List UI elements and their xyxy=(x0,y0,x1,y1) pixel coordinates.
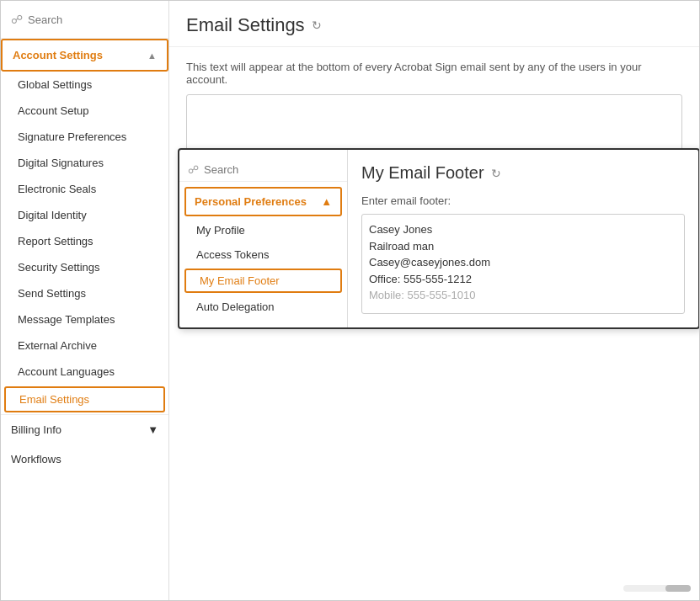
dropdown-panel-header: My Email Footer ↻ xyxy=(361,163,685,183)
dropdown-item-my-profile[interactable]: My Profile xyxy=(179,218,347,242)
app-window: ☍ Account Settings ▲ Global Settings Acc… xyxy=(0,0,700,601)
main-description: This text will appear at the bottom of e… xyxy=(186,61,682,86)
dropdown-search-container[interactable]: ☍ xyxy=(179,158,347,182)
footer-line-1: Casey Jones xyxy=(369,221,677,238)
dropdown-search-input[interactable] xyxy=(204,163,339,176)
personal-preferences-header[interactable]: Personal Preferences ▲ xyxy=(184,187,342,216)
dropdown-main-panel: My Email Footer ↻ Enter email footer: Ca… xyxy=(348,150,698,327)
sidebar-nav-list: Global Settings Account Setup Signature … xyxy=(1,72,168,412)
account-settings-label: Account Settings xyxy=(13,49,103,61)
sidebar-item-global-settings[interactable]: Global Settings xyxy=(1,72,168,98)
main-body: This text will appear at the bottom of e… xyxy=(169,47,699,600)
footer-line-5: Mobile: 555-555-1010 xyxy=(369,287,677,304)
sidebar-item-report-settings[interactable]: Report Settings xyxy=(1,228,168,254)
page-title: Email Settings xyxy=(186,14,305,36)
footer-line-2: Railroad man xyxy=(369,238,677,255)
email-footer-content-box[interactable]: Casey Jones Railroad man Casey@caseyjone… xyxy=(361,214,685,314)
sidebar: ☍ Account Settings ▲ Global Settings Acc… xyxy=(1,1,169,600)
billing-info-label: Billing Info xyxy=(11,423,61,436)
dropdown-item-my-email-footer[interactable]: My Email Footer xyxy=(184,269,342,293)
account-settings-header[interactable]: Account Settings ▲ xyxy=(1,39,168,72)
dropdown-panel-label: Enter email footer: xyxy=(361,194,685,207)
sidebar-item-digital-signatures[interactable]: Digital Signatures xyxy=(1,150,168,176)
footer-line-3: Casey@caseyjones.dom xyxy=(369,254,677,271)
dropdown-item-auto-delegation[interactable]: Auto Delegation xyxy=(179,295,347,319)
sidebar-item-electronic-seals[interactable]: Electronic Seals xyxy=(1,176,168,202)
bottom-scrollbar[interactable] xyxy=(623,585,691,592)
sidebar-search-container[interactable]: ☍ xyxy=(1,1,168,39)
sidebar-item-account-setup[interactable]: Account Setup xyxy=(1,98,168,124)
dropdown-sidebar: ☍ Personal Preferences ▲ My Profile Acce… xyxy=(179,150,348,327)
sidebar-item-security-settings[interactable]: Security Settings xyxy=(1,254,168,280)
chevron-up-icon-dropdown: ▲ xyxy=(321,195,332,208)
main-header: Email Settings ↻ xyxy=(169,1,699,47)
account-settings-section: Account Settings ▲ Global Settings Accou… xyxy=(1,39,168,415)
sidebar-item-message-templates[interactable]: Message Templates xyxy=(1,306,168,332)
dropdown-refresh-icon[interactable]: ↻ xyxy=(491,167,501,180)
sidebar-item-signature-preferences[interactable]: Signature Preferences xyxy=(1,124,168,150)
bottom-scrollbar-thumb xyxy=(665,585,691,592)
chevron-down-icon: ▼ xyxy=(147,423,158,436)
dropdown-overlay: ☍ Personal Preferences ▲ My Profile Acce… xyxy=(178,148,699,329)
sidebar-item-email-settings[interactable]: Email Settings xyxy=(4,386,165,412)
footer-line-4: Office: 555-555-1212 xyxy=(369,271,677,288)
sidebar-search-input[interactable] xyxy=(28,13,158,26)
workflows-label: Workflows xyxy=(11,453,61,465)
main-content: Email Settings ↻ This text will appear a… xyxy=(169,1,699,600)
dropdown-search-icon: ☍ xyxy=(188,163,199,176)
search-icon: ☍ xyxy=(11,13,23,26)
sidebar-item-digital-identity[interactable]: Digital Identity xyxy=(1,202,168,228)
dropdown-item-access-tokens[interactable]: Access Tokens xyxy=(179,242,347,267)
sidebar-item-send-settings[interactable]: Send Settings xyxy=(1,280,168,306)
chevron-up-icon: ▲ xyxy=(147,51,157,61)
personal-preferences-label: Personal Preferences xyxy=(195,195,307,208)
sidebar-item-external-archive[interactable]: External Archive xyxy=(1,332,168,359)
sidebar-item-account-languages[interactable]: Account Languages xyxy=(1,359,168,385)
billing-info-item[interactable]: Billing Info ▼ xyxy=(1,415,168,444)
dropdown-panel-title: My Email Footer xyxy=(361,163,484,183)
workflows-item[interactable]: Workflows xyxy=(1,444,168,474)
refresh-icon[interactable]: ↻ xyxy=(312,19,322,32)
